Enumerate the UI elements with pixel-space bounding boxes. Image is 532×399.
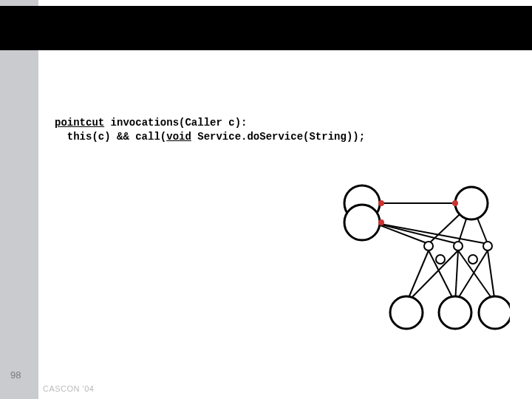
svg-point-17 xyxy=(424,242,433,250)
svg-point-20 xyxy=(436,255,445,264)
svg-point-16 xyxy=(455,187,488,219)
svg-point-22 xyxy=(390,296,423,329)
svg-point-18 xyxy=(454,242,463,250)
svg-point-24 xyxy=(479,296,510,329)
svg-point-27 xyxy=(452,200,458,206)
svg-point-23 xyxy=(439,296,471,329)
left-accent-bar xyxy=(0,0,38,399)
object-diagram xyxy=(318,181,510,336)
svg-line-3 xyxy=(372,222,488,244)
keyword-void: void xyxy=(166,131,191,143)
svg-line-10 xyxy=(455,250,458,303)
code-seg1: invocations(Caller c): xyxy=(104,117,247,129)
svg-point-25 xyxy=(378,200,384,206)
keyword-pointcut: pointcut xyxy=(55,117,104,129)
svg-point-26 xyxy=(378,219,384,225)
svg-line-1 xyxy=(372,222,429,244)
footer-text: CASCON '04 xyxy=(43,384,94,393)
svg-point-21 xyxy=(468,255,477,264)
code-seg2: this(c) && call( xyxy=(55,131,166,143)
svg-point-19 xyxy=(483,242,492,250)
code-seg3: Service.doService(String)); xyxy=(191,131,365,143)
code-snippet: pointcut invocations(Caller c): this(c) … xyxy=(55,116,365,144)
svg-line-7 xyxy=(406,250,429,303)
svg-line-2 xyxy=(372,222,458,244)
page-number: 98 xyxy=(10,369,21,381)
svg-point-15 xyxy=(344,205,380,240)
slide-title: context-passing aspects xyxy=(47,4,349,35)
